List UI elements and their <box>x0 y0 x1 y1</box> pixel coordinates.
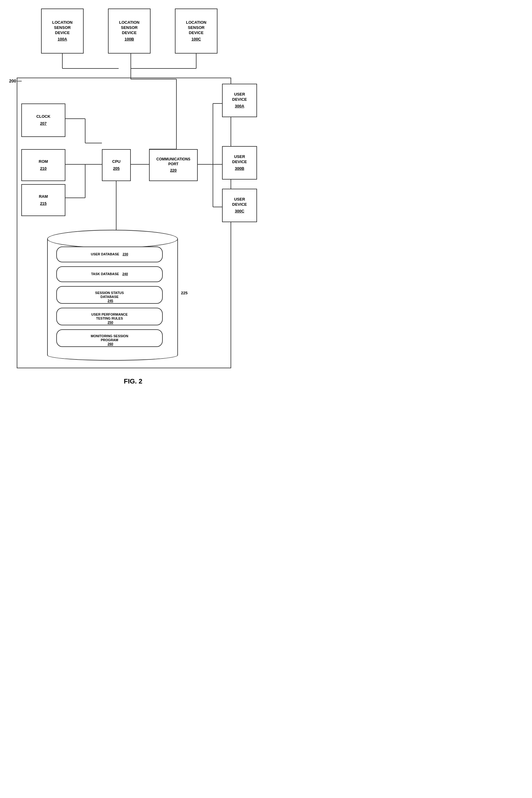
storage-cylinder: 225 USER DATABASE 230 TASK DATABASE 240 … <box>47 230 178 364</box>
comms-port-box: COMMUNICATIONS PORT 220 <box>149 149 198 181</box>
task-database: TASK DATABASE 240 <box>56 266 163 282</box>
ram-box: RAM 215 <box>21 184 65 216</box>
figure-label: FIG. 2 <box>0 377 266 391</box>
location-sensor-c: LOCATION SENSOR DEVICE 100C <box>175 8 217 54</box>
session-status-database: SESSION STATUS DATABASE 245 <box>56 286 163 304</box>
storage-label: 225 <box>181 291 188 295</box>
user-device-c: USER DEVICE 300C <box>222 189 257 222</box>
rom-box: ROM 210 <box>21 149 65 181</box>
performance-testing-rules: USER PERFORMANCE TESTING RULES 250 <box>56 308 163 326</box>
monitoring-session-program: MONITORING SESSION PROGRAM 260 <box>56 329 163 347</box>
user-device-b: USER DEVICE 300B <box>222 146 257 180</box>
user-device-a: USER DEVICE 300A <box>222 84 257 117</box>
location-sensor-b: LOCATION SENSOR DEVICE 100B <box>108 8 151 54</box>
cpu-box: CPU 205 <box>102 149 131 181</box>
clock-box: CLOCK 207 <box>21 104 65 137</box>
location-sensor-a: LOCATION SENSOR DEVICE 100A <box>41 8 84 54</box>
user-database: USER DATABASE 230 <box>56 246 163 262</box>
